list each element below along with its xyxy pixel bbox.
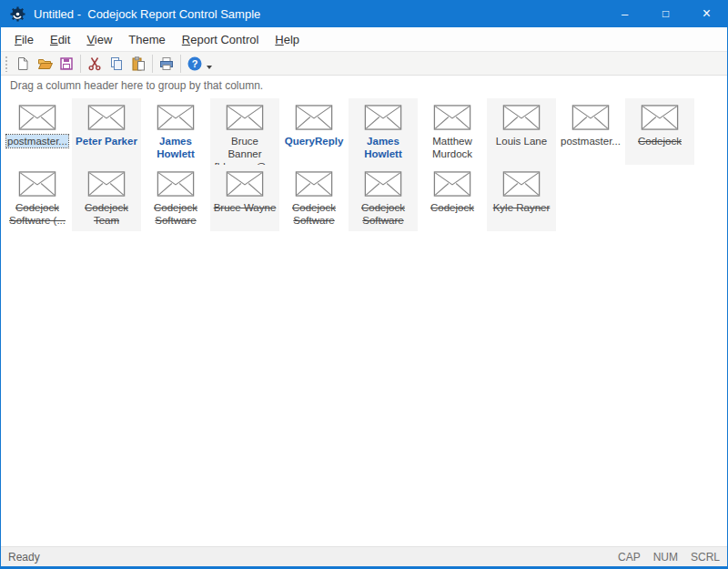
app-logo-gear-icon [9,5,25,22]
open-file-button[interactable] [34,53,56,74]
group-by-hint-text: Drag a column header here to group by th… [10,79,263,92]
mail-item-label: Louis Lane [495,135,548,147]
mail-item[interactable]: Kyle Rayner [487,165,556,231]
mail-item-label: postmaster... [560,135,622,147]
toolbar: ? [1,51,727,76]
toolbar-separator [180,55,181,73]
mail-item-label: Kyle Rayner [492,201,551,214]
help-dropdown-arrow-icon[interactable] [207,66,212,69]
copy-button[interactable] [106,53,127,74]
mail-item-label: Matthew Murdock [420,135,485,160]
mail-item-label: James Howlett [350,135,416,160]
mail-item-label: Peter Parker [75,135,138,147]
minimize-button[interactable]: – [604,0,645,27]
mail-item[interactable]: Peter Parker [72,98,141,165]
mail-item[interactable]: Bruce Wayne [210,165,279,231]
envelope-icon [157,105,195,130]
titlebar: Untitled - Codejock Report Control Sampl… [1,0,727,27]
envelope-icon [364,171,402,197]
report-area: postmaster... Peter Parker James Howlett… [1,96,727,546]
envelope-icon [502,171,541,197]
cut-button[interactable] [84,53,106,74]
mail-item-label: James Howlett [143,135,208,160]
print-icon [158,56,175,72]
envelope-icon [226,171,264,197]
copy-icon [108,56,125,72]
save-floppy-icon [58,56,75,72]
new-document-icon [15,56,31,72]
app-window: Untitled - Codejock Report Control Sampl… [0,0,728,569]
mail-item[interactable]: QueryReply [279,98,349,165]
toolbar-separator [152,55,153,73]
mail-item-label: Codejock [430,201,475,214]
mail-item[interactable]: Codejock [625,98,694,165]
caps-lock-indicator: CAP [618,551,641,564]
mail-item-label: Codejock Software [350,201,416,227]
svg-text:?: ? [192,58,198,69]
envelope-icon [18,171,56,197]
mail-item-label: Bruce Wayne [213,201,278,214]
menu-help[interactable]: Help [267,29,308,50]
menu-file[interactable]: File [6,29,42,50]
open-folder-icon [36,56,53,72]
status-message: Ready [8,551,40,564]
menu-view[interactable]: View [78,29,120,50]
paste-clipboard-icon [130,56,147,72]
envelope-icon [433,171,471,197]
mail-item[interactable]: Louis Lane [487,98,556,165]
mail-grid: postmaster... Peter Parker James Howlett… [3,98,727,231]
menu-report-control[interactable]: Report Control [174,29,268,50]
menu-theme[interactable]: Theme [120,29,173,50]
window-title: Untitled - Codejock Report Control Sampl… [34,7,260,21]
envelope-icon [226,105,264,130]
envelope-icon [502,105,541,130]
cut-scissors-icon [86,56,103,72]
mail-item[interactable]: postmaster... [556,98,625,165]
envelope-icon [87,171,126,197]
envelope-icon [295,105,333,130]
mail-item[interactable]: Matthew Murdock [418,98,487,165]
statusbar: Ready CAP NUM SCRL [1,546,727,566]
envelope-icon [433,105,471,130]
toolbar-separator [80,55,81,73]
toolbar-grip-handle[interactable] [5,56,8,72]
mail-item-label: postmaster... [6,135,68,147]
mail-item-label: Codejock Software (... [5,201,70,227]
envelope-icon [571,105,610,130]
menubar: File Edit View Theme Report Control Help [1,27,727,51]
status-indicators: CAP NUM SCRL [618,551,720,564]
mail-item[interactable]: James Howlett [349,98,418,165]
close-button[interactable]: × [686,0,727,27]
mail-item[interactable]: Codejock Team [72,165,141,231]
num-lock-indicator: NUM [653,551,678,564]
mail-item[interactable]: Codejock Software (... [3,165,72,231]
mail-item[interactable]: Codejock Software [279,165,349,231]
mail-item-label: Codejock Software [281,201,347,227]
maximize-button[interactable]: □ [645,0,686,27]
mail-item[interactable]: James Howlett [141,98,210,165]
mail-item[interactable]: Codejock Software [141,165,210,231]
paste-button[interactable] [127,53,149,74]
mail-item[interactable]: Bruce Banner [bbanner@... [210,98,279,165]
envelope-icon [157,171,195,197]
mail-item-label: Codejock [637,135,682,147]
window-controls: – □ × [604,0,727,27]
envelope-icon [18,105,56,130]
print-button[interactable] [156,53,177,74]
mail-item[interactable]: Codejock Software [349,165,418,231]
mail-item-label: Codejock Team [74,201,139,227]
help-icon: ? [187,56,203,72]
mail-item[interactable]: postmaster... [3,98,72,165]
mail-item-label: QueryReply [284,135,345,147]
group-by-bar[interactable]: Drag a column header here to group by th… [1,76,727,96]
menu-edit[interactable]: Edit [42,29,78,50]
mail-item[interactable]: Codejock [418,165,487,231]
help-button[interactable]: ? [184,53,206,74]
envelope-icon [364,105,402,130]
mail-item-label: Codejock Software [143,201,208,227]
envelope-icon [641,105,679,130]
envelope-icon [87,105,126,130]
save-button[interactable] [56,53,77,74]
envelope-icon [295,171,333,197]
new-document-button[interactable] [12,53,34,74]
